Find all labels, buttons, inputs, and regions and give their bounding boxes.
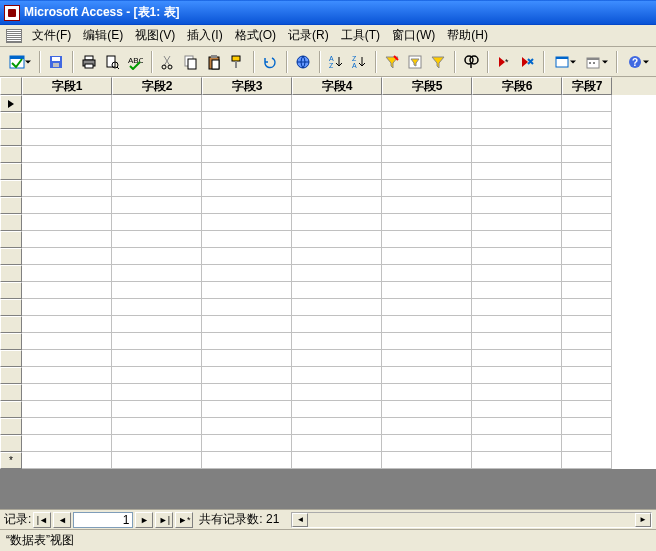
cell[interactable] — [112, 180, 202, 197]
cell[interactable] — [292, 333, 382, 350]
menu-file[interactable]: 文件(F) — [26, 25, 77, 46]
row-selector[interactable] — [0, 384, 22, 401]
cell[interactable] — [112, 452, 202, 469]
database-window-button[interactable] — [549, 50, 579, 74]
cell[interactable] — [472, 367, 562, 384]
spelling-button[interactable]: ABC — [124, 50, 146, 74]
row-selector[interactable] — [0, 146, 22, 163]
cell[interactable] — [112, 214, 202, 231]
cell[interactable] — [472, 197, 562, 214]
table-row[interactable] — [0, 248, 656, 265]
cell[interactable] — [562, 435, 612, 452]
cell[interactable] — [562, 333, 612, 350]
cell[interactable] — [22, 282, 112, 299]
cell[interactable] — [562, 231, 612, 248]
format-painter-button[interactable] — [226, 50, 248, 74]
table-row[interactable] — [0, 418, 656, 435]
cell[interactable] — [22, 146, 112, 163]
cell[interactable] — [472, 401, 562, 418]
cell[interactable] — [292, 231, 382, 248]
cell[interactable] — [112, 112, 202, 129]
nav-current-input[interactable] — [73, 512, 133, 528]
cell[interactable] — [382, 129, 472, 146]
cell[interactable] — [472, 418, 562, 435]
cell[interactable] — [202, 367, 292, 384]
table-row[interactable] — [0, 401, 656, 418]
save-button[interactable] — [45, 50, 67, 74]
cell[interactable] — [472, 163, 562, 180]
cell[interactable] — [22, 384, 112, 401]
cell[interactable] — [22, 112, 112, 129]
table-row[interactable] — [0, 95, 656, 112]
paste-button[interactable] — [203, 50, 225, 74]
cell[interactable] — [202, 129, 292, 146]
cell[interactable] — [202, 231, 292, 248]
table-row[interactable] — [0, 231, 656, 248]
cell[interactable] — [472, 299, 562, 316]
table-row[interactable] — [0, 435, 656, 452]
cell[interactable] — [562, 265, 612, 282]
datasheet-icon[interactable] — [6, 29, 22, 43]
cell[interactable] — [112, 231, 202, 248]
cell[interactable] — [382, 418, 472, 435]
menu-records[interactable]: 记录(R) — [282, 25, 335, 46]
cell[interactable] — [292, 163, 382, 180]
cell[interactable] — [202, 299, 292, 316]
cell[interactable] — [22, 401, 112, 418]
cell[interactable] — [382, 95, 472, 112]
cell[interactable] — [292, 180, 382, 197]
cell[interactable] — [382, 146, 472, 163]
table-row[interactable] — [0, 146, 656, 163]
row-selector[interactable] — [0, 333, 22, 350]
table-row[interactable] — [0, 163, 656, 180]
cell[interactable] — [472, 180, 562, 197]
cell[interactable] — [22, 214, 112, 231]
cell[interactable] — [562, 214, 612, 231]
cell[interactable] — [292, 452, 382, 469]
cell[interactable] — [112, 282, 202, 299]
row-selector[interactable] — [0, 350, 22, 367]
table-row[interactable]: * — [0, 452, 656, 469]
cell[interactable] — [382, 248, 472, 265]
menu-edit[interactable]: 编辑(E) — [77, 25, 129, 46]
cell[interactable] — [22, 333, 112, 350]
cell[interactable] — [202, 384, 292, 401]
cell[interactable] — [382, 401, 472, 418]
table-row[interactable] — [0, 265, 656, 282]
view-button[interactable] — [4, 50, 34, 74]
select-all-cell[interactable] — [0, 77, 22, 95]
nav-next-button[interactable]: ► — [135, 512, 153, 528]
cell[interactable] — [292, 282, 382, 299]
cell[interactable] — [472, 452, 562, 469]
cell[interactable] — [202, 316, 292, 333]
cell[interactable] — [292, 299, 382, 316]
cell[interactable] — [22, 299, 112, 316]
cell[interactable] — [382, 435, 472, 452]
cell[interactable] — [382, 333, 472, 350]
cell[interactable] — [22, 248, 112, 265]
cell[interactable] — [112, 435, 202, 452]
new-object-button[interactable] — [580, 50, 610, 74]
row-selector[interactable] — [0, 265, 22, 282]
cell[interactable] — [22, 95, 112, 112]
cell[interactable] — [472, 265, 562, 282]
cell[interactable] — [562, 180, 612, 197]
cell[interactable] — [292, 146, 382, 163]
cell[interactable] — [202, 112, 292, 129]
cell[interactable] — [22, 129, 112, 146]
cell[interactable] — [202, 282, 292, 299]
nav-first-button[interactable]: |◄ — [33, 512, 51, 528]
row-selector[interactable] — [0, 401, 22, 418]
cell[interactable] — [112, 197, 202, 214]
sort-asc-button[interactable]: AZ — [325, 50, 347, 74]
cell[interactable] — [292, 350, 382, 367]
cell[interactable] — [382, 452, 472, 469]
cell[interactable] — [202, 197, 292, 214]
row-selector[interactable] — [0, 299, 22, 316]
cell[interactable] — [292, 316, 382, 333]
cell[interactable] — [292, 129, 382, 146]
cell[interactable] — [112, 350, 202, 367]
cell[interactable] — [202, 146, 292, 163]
cell[interactable] — [22, 163, 112, 180]
row-selector[interactable] — [0, 95, 22, 112]
